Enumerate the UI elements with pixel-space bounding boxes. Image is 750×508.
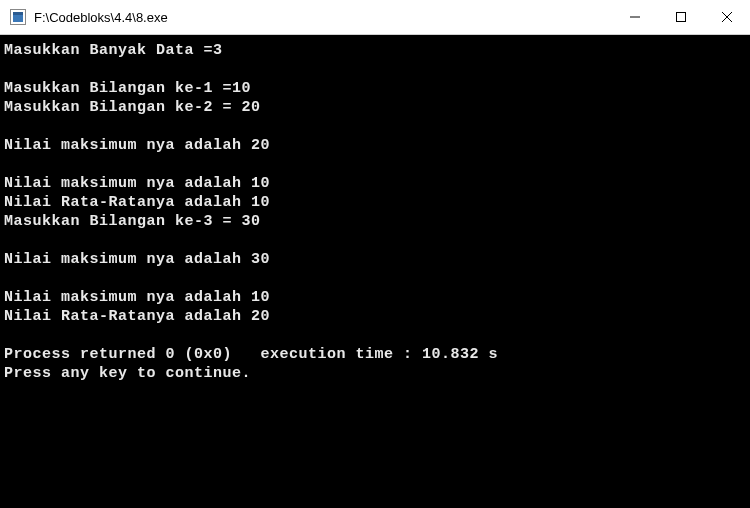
- svg-rect-3: [677, 13, 686, 22]
- maximize-icon: [676, 12, 686, 22]
- minimize-button[interactable]: [612, 0, 658, 34]
- svg-rect-2: [13, 12, 23, 15]
- maximize-button[interactable]: [658, 0, 704, 34]
- close-icon: [722, 12, 732, 22]
- minimize-icon: [630, 12, 640, 22]
- window-title: F:\Codebloks\4.4\8.exe: [34, 10, 168, 25]
- titlebar[interactable]: F:\Codebloks\4.4\8.exe: [0, 0, 750, 35]
- console-window: F:\Codebloks\4.4\8.exe Masukkan Banyak D…: [0, 0, 750, 508]
- app-icon: [10, 9, 26, 25]
- close-button[interactable]: [704, 0, 750, 34]
- console-output[interactable]: Masukkan Banyak Data =3 Masukkan Bilanga…: [0, 35, 750, 508]
